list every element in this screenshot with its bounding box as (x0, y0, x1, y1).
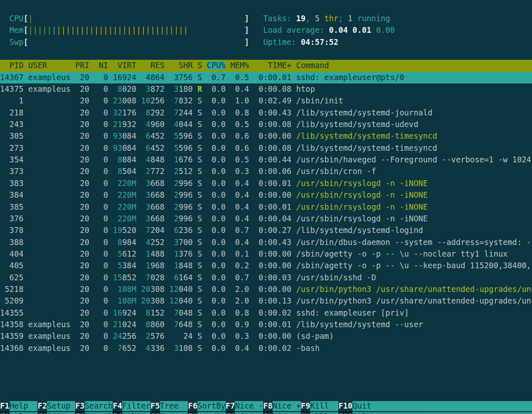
col-res-mb: 1 (146, 261, 150, 270)
fnkey-tree[interactable]: F5Tree (150, 401, 188, 411)
fnkey-help[interactable]: F1Help (0, 412, 37, 414)
col-pri: 20 (75, 96, 89, 105)
col-res-mb: 3 (146, 179, 150, 188)
col-cpu: 0.0 (207, 179, 226, 188)
process-row-14375[interactable]: 14375 exampleus 20 0 8020 3872 3180 R 0.… (0, 83, 532, 95)
fnkey-help[interactable]: F1Help (0, 401, 37, 411)
process-row-14358[interactable]: 14358 exampleus 20 0 21024 8860 7648 S 0… (0, 319, 532, 331)
process-row-383[interactable]: 383 20 0 220M 3668 2996 S 0.0 0.4 0:00.0… (0, 178, 532, 189)
col-mem: 0.6 (230, 144, 249, 152)
col-user (28, 238, 71, 247)
col-res: 252 (150, 238, 165, 247)
col-command: /sbin/agetty -o -p -- \u --keep-baud 115… (296, 261, 531, 270)
col-cpu: 0.7 (207, 73, 226, 82)
process-row-14368[interactable]: 14368 exampleus 20 0 7652 4336 3108 S 0.… (0, 343, 532, 354)
header-ni[interactable]: NI (94, 61, 108, 70)
col-shr: 596 (179, 132, 193, 140)
col-state: S (197, 120, 202, 129)
fnkey-kill[interactable]: F9Kill (301, 412, 338, 414)
process-row-273[interactable]: 273 20 0 93084 6452 5596 S 0.0 0.6 0:00.… (0, 142, 532, 154)
col-pri: 20 (75, 273, 89, 282)
col-cpu: 0.0 (207, 309, 226, 317)
fnkey-search[interactable]: F3Search (75, 412, 113, 414)
fnkey-number: F3 (75, 412, 85, 414)
fnkey-quit[interactable]: F10Quit (338, 401, 532, 411)
process-row-354[interactable]: 354 20 0 8084 4848 1676 S 0.0 0.5 0:00.4… (0, 154, 532, 166)
fnkey-label: Help (10, 401, 38, 411)
process-row-376[interactable]: 376 20 0 220M 3668 2996 S 0.0 0.4 0:00.0… (0, 213, 532, 225)
col-virt-mb: 21 (113, 320, 122, 329)
fnkey-sortby[interactable]: F6SortBy (188, 401, 225, 411)
process-row-14367[interactable]: 14367 exampleus 20 0 16924 4864 3756 S 0… (0, 72, 532, 83)
col-shr: 996 (179, 191, 193, 199)
header-res[interactable]: RES (141, 61, 165, 70)
fnkey-number: F9 (301, 401, 310, 411)
col-user (28, 250, 71, 258)
process-row-385[interactable]: 385 20 0 220M 3668 2996 S 0.0 0.4 0:00.0… (0, 201, 532, 213)
fnkey-nice[interactable]: F8Nice + (263, 401, 300, 411)
fnkey-tree[interactable]: F5Tree (150, 412, 188, 414)
fnkey-label: Filter (122, 401, 150, 411)
fnkey-sortby[interactable]: F6SortBy (188, 412, 225, 414)
fnkey-nice[interactable]: F7Nice - (226, 412, 263, 414)
process-row-373[interactable]: 373 20 0 8504 2772 2512 S 0.0 0.3 0:00.0… (0, 166, 532, 177)
fnkey-filter[interactable]: F4Filter (113, 412, 150, 414)
running-count: 1 (348, 14, 352, 23)
col-pri: 20 (75, 155, 89, 164)
fnkey-search[interactable]: F3Search (75, 401, 113, 411)
col-shr: 848 (179, 261, 193, 270)
fnkey-filter[interactable]: F4Filter (113, 401, 150, 411)
header-pid[interactable]: PID (0, 61, 24, 70)
header-s[interactable]: S (197, 61, 202, 70)
process-row-1[interactable]: 1 20 0 23008 10256 7832 S 0.0 1.0 0:02.4… (0, 95, 532, 107)
col-command: /usr/bin/python3 /usr/share/unattended-u… (296, 296, 531, 305)
header-command[interactable]: Command (296, 61, 329, 70)
header-pri[interactable]: PRI (75, 61, 89, 70)
process-row-305[interactable]: 305 20 0 93084 6452 5596 S 0.0 0.6 0:00.… (0, 130, 532, 142)
col-virt-mb: 8 (118, 155, 122, 164)
fnkey-nice[interactable]: F7Nice - (226, 401, 263, 411)
process-row-5218[interactable]: 5218 20 0 108M 20308 12040 S 0.0 2.0 0:0… (0, 284, 532, 295)
process-row-243[interactable]: 243 20 0 21932 4960 4044 S 0.0 0.5 0:00.… (0, 119, 532, 130)
col-cpu: 0.0 (207, 85, 226, 93)
process-row-388[interactable]: 388 20 0 8984 4252 3700 S 0.0 0.4 0:00.4… (0, 237, 532, 248)
fnkey-setup[interactable]: F2Setup (37, 412, 75, 414)
process-row-378[interactable]: 378 20 0 19520 7204 6236 S 0.0 0.7 0:00.… (0, 225, 532, 236)
col-shr-mb: 3 (174, 73, 178, 82)
col-shr: 376 (179, 250, 193, 258)
process-row-5209[interactable]: 5209 20 0 108M 20308 12040 S 0.0 2.0 0:0… (0, 295, 532, 307)
process-row-405[interactable]: 405 20 0 5384 1968 1848 S 0.0 0.2 0:00.0… (0, 260, 532, 272)
process-row-14355[interactable]: 14355 20 0 16924 8152 7048 S 0.0 0.8 0:0… (0, 307, 532, 319)
header-virt[interactable]: VIRT (113, 61, 136, 70)
col-state: S (197, 167, 202, 176)
process-row-384[interactable]: 384 20 0 220M 3668 2996 S 0.0 0.4 0:00.0… (0, 189, 532, 201)
fnkey-setup[interactable]: F2Setup (37, 401, 75, 411)
header-cpu[interactable]: CPU% (207, 61, 226, 70)
col-virt: 176 (122, 108, 136, 117)
col-ni: 0 (94, 285, 108, 294)
process-row-218[interactable]: 218 20 0 32176 8292 7244 S 0.0 0.8 0:00.… (0, 107, 532, 119)
process-row-14359[interactable]: 14359 exampleus 20 0 24256 2576 24 S 0.0… (0, 331, 532, 342)
mem-bar-yellow-segment: |||||||||||||||||||||||||||| (57, 26, 188, 34)
header-user[interactable]: USER (28, 61, 71, 70)
col-ni: 0 (94, 250, 108, 258)
col-command: /usr/sbin/rsyslogd -n -iNONE (296, 214, 428, 223)
process-row-404[interactable]: 404 20 0 5612 1488 1376 S 0.0 0.1 0:00.0… (0, 248, 532, 260)
col-ni: 0 (94, 73, 108, 82)
header-mem[interactable]: MEM% (230, 61, 249, 70)
header-time[interactable]: TIME+ (254, 61, 291, 70)
header-shr[interactable]: SHR (169, 61, 193, 70)
fnkey-quit[interactable]: F10Quit (338, 412, 532, 414)
col-res: 452 (150, 132, 165, 140)
col-shr-mb: 6 (174, 226, 178, 235)
col-mem: 0.4 (230, 191, 249, 199)
fnkey-kill[interactable]: F9Kill (301, 401, 338, 411)
fnkey-nice[interactable]: F8Nice + (263, 412, 300, 414)
col-pid: 14355 (0, 309, 24, 317)
col-time: 0:00.01 (254, 320, 291, 329)
fnkey-label: SortBy (197, 412, 226, 414)
process-row-625[interactable]: 625 20 0 15852 7028 6164 S 0.0 0.7 0:00.… (0, 272, 532, 284)
col-pri: 20 (75, 73, 89, 82)
col-time: 0:00.43 (254, 108, 291, 117)
col-shr-mb: 1 (174, 250, 178, 258)
